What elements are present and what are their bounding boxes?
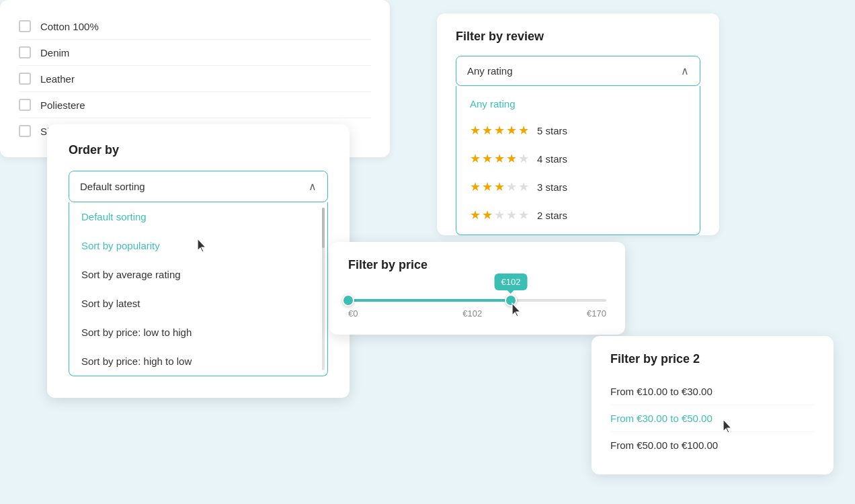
review-dropdown: Any rating ★ ★ ★ ★ ★ 5 stars ★ ★ ★ ★ ★ 4… xyxy=(456,86,700,235)
price2-panel-title: Filter by price 2 xyxy=(610,352,815,366)
star-icon: ★ xyxy=(494,179,505,194)
price-slider-container: €102 xyxy=(348,299,606,302)
price-min-label: €0 xyxy=(348,308,358,319)
checkbox-cotton[interactable] xyxy=(19,20,31,32)
order-panel-title: Order by xyxy=(69,143,328,157)
slider-fill xyxy=(348,299,511,302)
star-icon: ★ xyxy=(494,208,505,222)
checkbox-leather[interactable] xyxy=(19,73,31,85)
star-icon: ★ xyxy=(506,151,517,166)
order-option-price-high[interactable]: Sort by price: high to low xyxy=(69,347,327,376)
stars-3: ★ ★ ★ ★ ★ xyxy=(470,179,529,194)
material-label-denim: Denim xyxy=(40,47,69,58)
star-icon: ★ xyxy=(470,208,481,222)
price-tooltip: €102 xyxy=(494,274,527,290)
review-filter-panel: Filter by review Any rating Any rating ★… xyxy=(437,13,719,235)
review-select-box[interactable]: Any rating xyxy=(456,56,700,86)
material-item-leather[interactable]: Leather xyxy=(19,66,371,92)
order-select-box[interactable]: Default sorting ∧ xyxy=(69,171,328,202)
material-item-denim[interactable]: Denim xyxy=(19,40,371,66)
material-label-poliestere: Poliestere xyxy=(40,99,85,111)
order-option-price-low[interactable]: Sort by price: low to high xyxy=(69,318,327,347)
price2-filter-panel: Filter by price 2 From €10.00 to €30.00 … xyxy=(592,336,833,474)
price-panel-title: Filter by price xyxy=(348,258,606,272)
slider-thumb-left[interactable] xyxy=(342,294,354,306)
review-panel-title: Filter by review xyxy=(456,30,700,44)
chevron-up-icon xyxy=(681,65,689,77)
slider-track xyxy=(348,299,606,302)
star-icon: ★ xyxy=(470,123,481,138)
order-option-popularity[interactable]: Sort by popularity xyxy=(69,231,327,260)
stars-2: ★ ★ ★ ★ ★ xyxy=(470,208,529,222)
star-icon: ★ xyxy=(506,208,517,222)
any-rating-label: Any rating xyxy=(470,98,516,110)
star-icon: ★ xyxy=(494,151,505,166)
star-icon: ★ xyxy=(482,208,493,222)
star-icon: ★ xyxy=(518,123,529,138)
scrollbar-track[interactable] xyxy=(322,208,325,370)
order-option-default[interactable]: Default sorting xyxy=(69,202,327,231)
review-option-4stars[interactable]: ★ ★ ★ ★ ★ 4 stars xyxy=(456,144,700,173)
price-max-label: €170 xyxy=(587,308,606,319)
star-icon: ★ xyxy=(518,151,529,166)
review-option-2stars[interactable]: ★ ★ ★ ★ ★ 2 stars xyxy=(456,201,700,229)
material-label-cotton: Cotton 100% xyxy=(40,21,99,32)
star-icon: ★ xyxy=(506,179,517,194)
stars-4: ★ ★ ★ ★ ★ xyxy=(470,151,529,166)
review-option-any[interactable]: Any rating xyxy=(456,91,700,116)
material-item-cotton[interactable]: Cotton 100% xyxy=(19,13,371,40)
checkbox-poliestere[interactable] xyxy=(19,99,31,111)
price2-option-50100[interactable]: From €50.00 to €100.00 xyxy=(610,432,815,458)
checkbox-silk[interactable] xyxy=(19,125,31,137)
material-item-poliestere[interactable]: Poliestere xyxy=(19,92,371,118)
checkbox-denim[interactable] xyxy=(19,46,31,58)
chevron-up-order-icon: ∧ xyxy=(309,180,317,193)
star-icon: ★ xyxy=(482,179,493,194)
scrollbar-thumb[interactable] xyxy=(322,208,325,248)
star-label-2: 2 stars xyxy=(537,210,567,221)
price-labels: €0 €102 €170 xyxy=(348,308,606,319)
review-option-5stars[interactable]: ★ ★ ★ ★ ★ 5 stars xyxy=(456,116,700,144)
star-icon: ★ xyxy=(482,151,493,166)
slider-thumb-right[interactable] xyxy=(505,294,517,306)
star-icon: ★ xyxy=(470,179,481,194)
star-icon: ★ xyxy=(518,208,529,222)
order-option-rating[interactable]: Sort by average rating xyxy=(69,260,327,289)
star-label-4: 4 stars xyxy=(537,153,567,165)
material-label-leather: Leather xyxy=(40,73,75,85)
order-by-panel: Order by Default sorting ∧ Default sorti… xyxy=(47,124,350,398)
review-select-label: Any rating xyxy=(467,65,513,77)
star-icon: ★ xyxy=(506,123,517,138)
price-filter-panel: Filter by price €102 €0 €102 €170 xyxy=(329,242,625,335)
stars-5: ★ ★ ★ ★ ★ xyxy=(470,123,529,138)
star-icon: ★ xyxy=(482,123,493,138)
star-icon: ★ xyxy=(494,123,505,138)
order-select-label: Default sorting xyxy=(80,181,145,192)
star-label-5: 5 stars xyxy=(537,125,567,136)
review-option-3stars[interactable]: ★ ★ ★ ★ ★ 3 stars xyxy=(456,173,700,201)
order-dropdown: Default sorting Sort by popularity Sort … xyxy=(69,202,328,376)
price2-option-active-label: From €30.00 to €50.00 xyxy=(610,413,712,424)
price-current-label: €102 xyxy=(462,308,482,319)
star-label-3: 3 stars xyxy=(537,181,567,193)
price2-option-3050[interactable]: From €30.00 to €50.00 xyxy=(610,405,815,432)
price2-option-1030[interactable]: From €10.00 to €30.00 xyxy=(610,378,815,405)
order-option-latest[interactable]: Sort by latest xyxy=(69,289,327,318)
star-icon: ★ xyxy=(518,179,529,194)
star-icon: ★ xyxy=(470,151,481,166)
